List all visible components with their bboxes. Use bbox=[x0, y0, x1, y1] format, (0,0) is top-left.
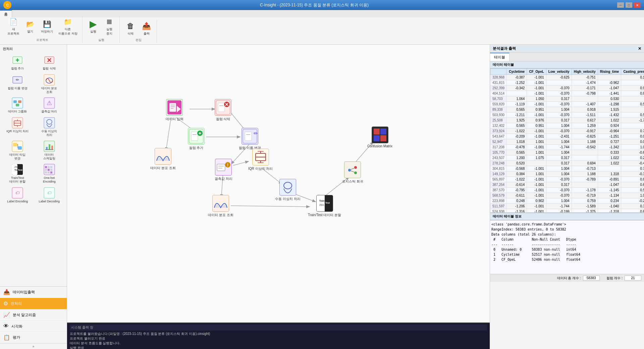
svg-rect-42 bbox=[50, 169, 52, 171]
table-cell-index: 243,507 bbox=[490, 155, 507, 161]
svg-rect-39 bbox=[50, 166, 52, 168]
output-button[interactable]: 📤 출력 bbox=[139, 20, 154, 37]
table-cell: 0.248 bbox=[507, 198, 527, 204]
table-cell: -1.001 bbox=[527, 86, 546, 91]
svg-rect-37 bbox=[45, 166, 47, 168]
sidebar-item-iqr[interactable]: IQR 이상치 처리 bbox=[2, 115, 33, 138]
data-table-container[interactable]: Cycletime CF_OpeL Low_velocity High_velo… bbox=[490, 68, 644, 213]
table-cell: 1.200 bbox=[507, 155, 527, 161]
svg-text:Train: Train bbox=[319, 200, 324, 202]
node-col-add[interactable]: 컬럼 추가 bbox=[188, 128, 205, 150]
open-button[interactable]: 📂 열기 bbox=[23, 18, 38, 35]
sidebar-item-col-rename[interactable]: ✏ 컬럼 이름 변경 bbox=[2, 72, 33, 95]
sidebar-item-col-delete[interactable]: 컬럼 삭제 bbox=[34, 53, 65, 72]
node-confusion[interactable]: Confusion Matrix bbox=[367, 127, 392, 148]
scaling-label: 데이터스케일링 bbox=[43, 153, 55, 160]
node-data-dist1[interactable]: 데이터 분포 조회 bbox=[150, 148, 176, 170]
run-button[interactable]: ▶ 실행 bbox=[86, 18, 101, 35]
right-panel-close-button[interactable]: ✕ bbox=[638, 46, 641, 51]
minimize-button[interactable]: ─ bbox=[617, 2, 624, 8]
node-logistic[interactable]: 로지스틱 회귀 bbox=[342, 161, 363, 184]
table-row: 373,924-1.022-1.001-0.370-0.917-0.9640.7… bbox=[490, 129, 644, 134]
nav-data-io[interactable]: 📥 데이터입출력 bbox=[0, 287, 67, 298]
svg-rect-83 bbox=[245, 132, 252, 141]
manual-label: 수동 이상치처리 bbox=[41, 130, 57, 137]
new-project-icon: 📄 bbox=[8, 16, 19, 27]
svg-line-61 bbox=[231, 206, 309, 207]
table-cell: -1.251 bbox=[598, 134, 621, 139]
col-add-canvas-icon bbox=[188, 128, 205, 145]
canvas-main[interactable]: 데이터 입력 컬럼 삭제 컬럼 추가 ✏ 컬럼 bbox=[67, 45, 490, 322]
logistic-canvas-icon bbox=[344, 161, 361, 178]
node-manual[interactable]: 수동 이상치 처리 bbox=[275, 179, 301, 201]
node-train-test[interactable]: Train2921Test Train/Test 데이터 분할 bbox=[308, 195, 341, 217]
node-data-dist2[interactable]: 데이터 분포 조회 bbox=[208, 195, 233, 217]
sidebar-expand-btn[interactable]: » bbox=[0, 343, 67, 349]
new-project-button[interactable]: 📄 새프로젝트 bbox=[5, 16, 21, 37]
table-cell: -1.407 bbox=[572, 102, 598, 107]
right-panel-title: 분석결과 출력 ✕ bbox=[490, 45, 644, 53]
table-cell: -1.298 bbox=[598, 102, 621, 107]
table-cell-index: 524,938 bbox=[490, 209, 507, 213]
table-cell: 0.317 bbox=[546, 118, 572, 123]
svg-rect-65 bbox=[169, 103, 176, 112]
window-controls[interactable]: ─ □ ✕ bbox=[617, 2, 641, 8]
node-col-delete[interactable]: 컬럼 삭제 bbox=[215, 99, 231, 121]
sidebar-item-train-test[interactable]: Train Test 2921 Train/Test데이터 분할 bbox=[2, 162, 33, 185]
col-header-5: Casting_pressu bbox=[621, 69, 644, 75]
svg-rect-23 bbox=[12, 141, 23, 152]
svg-rect-8 bbox=[44, 74, 55, 85]
sidebar-item-scaling[interactable]: 데이터스케일링 bbox=[34, 139, 65, 162]
nav-evaluation[interactable]: 📋 평가 bbox=[0, 332, 67, 343]
stop-button[interactable]: ⏹ 실행중지 bbox=[102, 16, 117, 37]
table-cell: -0.370 bbox=[546, 188, 572, 193]
sidebar-item-manual[interactable]: 수동 이상치처리 bbox=[34, 115, 65, 138]
train-test-label: Train/Test데이터 분할 bbox=[9, 176, 25, 184]
table-row: 132,4020.5650.9511.0041.2590.924 bbox=[490, 123, 644, 129]
node-missing[interactable]: ! 결측값 처리 bbox=[215, 159, 232, 181]
canvas-log: 시스템 출력 창 프로젝트를 불러왔습니다 (파일명 : (2023-11-15… bbox=[67, 322, 490, 349]
sidebar-item-data-group[interactable]: 데이터 그룹화 bbox=[2, 96, 33, 115]
node-data-input[interactable]: 데이터 입력 bbox=[166, 99, 183, 121]
save-button[interactable]: 💾 저장하기 bbox=[39, 18, 55, 35]
sidebar-item-col-add[interactable]: 컬럼 추가 bbox=[2, 53, 33, 72]
close-button[interactable]: ✕ bbox=[634, 2, 641, 8]
log-line-3: 실행 완료 bbox=[70, 346, 487, 349]
saveas-icon: 📁 bbox=[62, 16, 73, 27]
nav-analysis[interactable]: 📈 분석 알고리즘 bbox=[0, 309, 67, 321]
node-iqr[interactable]: IQR 이상치 처리 bbox=[248, 149, 273, 171]
sidebar-item-data-type[interactable]: 데이터 타입변경 bbox=[2, 139, 33, 162]
data-info[interactable]: <class 'pandas.core.frame.DataFrame'> Ra… bbox=[490, 220, 644, 274]
svg-text:!: ! bbox=[227, 163, 228, 167]
table-cell: -0.964 bbox=[598, 129, 621, 134]
node-confusion-label: Confusion Matrix bbox=[367, 144, 392, 148]
table-cell-index: 568,579 bbox=[490, 193, 507, 198]
table-cell: 0.317 bbox=[546, 182, 572, 188]
node-col-rename[interactable]: ✏ 컬럼 이름 변경 bbox=[239, 128, 261, 150]
svg-rect-25 bbox=[18, 146, 22, 150]
nav-preprocessing[interactable]: ⚙ 전처리 bbox=[0, 298, 67, 309]
table-cell: 1.004 bbox=[546, 198, 572, 204]
table-cell: 0.897 bbox=[621, 91, 644, 96]
output-label: 출력 bbox=[144, 32, 150, 36]
svg-rect-21 bbox=[44, 117, 55, 128]
sidebar-item-data-dist[interactable]: 데이터 분포조회 bbox=[34, 72, 65, 95]
col-delete-canvas-icon bbox=[215, 99, 231, 116]
table-cell: 1.001 bbox=[527, 150, 546, 155]
svg-line-106 bbox=[351, 168, 354, 169]
right-panel-tab-table[interactable]: 테이블 bbox=[490, 53, 509, 61]
data-dist-icon bbox=[43, 74, 55, 86]
col-add-icon bbox=[11, 54, 23, 66]
maximize-button[interactable]: □ bbox=[626, 2, 632, 8]
data-group-icon bbox=[11, 97, 23, 109]
saveas-button[interactable]: 📁 다른이름으로 저장 bbox=[56, 16, 79, 37]
sidebar-item-label-enc[interactable]: 🏷 Label Encoding bbox=[2, 186, 33, 205]
sidebar-item-label-dec[interactable]: 🏷 Label Decoding bbox=[34, 186, 65, 205]
table-cell: 0.333 bbox=[598, 150, 621, 155]
sidebar-item-missing[interactable]: ⚠ 결측값 처리 bbox=[34, 96, 65, 115]
delete-button[interactable]: 🗑 삭제 bbox=[123, 20, 138, 37]
nav-visualization[interactable]: 👁 시각화 bbox=[0, 321, 67, 332]
stat-total-label: 데이터 총 개수 : bbox=[557, 276, 581, 281]
table-cell: -0.487 bbox=[621, 161, 644, 166]
sidebar-item-onehot[interactable]: One-hotEncoding bbox=[34, 162, 65, 185]
